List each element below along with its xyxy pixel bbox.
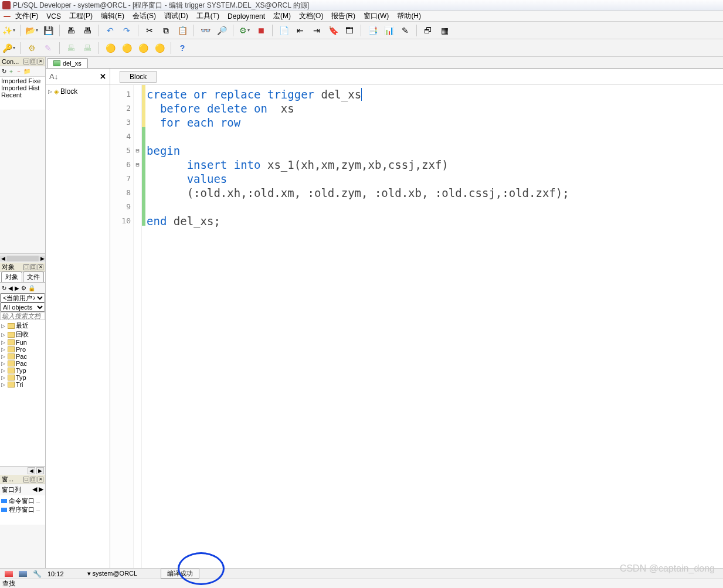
panel-close-button[interactable]: ✕ xyxy=(38,477,43,482)
copy-button[interactable]: ⧉ xyxy=(159,24,172,37)
nav-prev[interactable]: ◀ xyxy=(32,485,37,492)
conn-item[interactable]: Recent xyxy=(1,91,44,98)
outline-tree[interactable]: ▷ ◈ Block xyxy=(46,85,110,98)
tree-item[interactable]: ▷Typ xyxy=(1,374,44,381)
panel-close-button[interactable]: ✕ xyxy=(38,264,43,270)
expand-icon[interactable]: ▷ xyxy=(48,89,52,94)
nav-next[interactable]: ▶ xyxy=(36,467,44,474)
refresh-icon[interactable]: ↻ xyxy=(2,68,6,74)
fold-gutter[interactable]: ⊟⊟ xyxy=(134,85,142,568)
tree-item[interactable]: ▷Pac xyxy=(1,353,44,360)
panel-pin-button[interactable]: ◫ xyxy=(30,264,36,270)
fwd-icon[interactable]: ▶ xyxy=(15,285,19,291)
conn-item[interactable]: Imported Hist xyxy=(1,84,44,91)
menu-file[interactable]: 文件(F) xyxy=(12,11,42,22)
folder-icon[interactable]: 📁 xyxy=(23,68,30,74)
execute-button[interactable]: ⚙ xyxy=(238,24,251,37)
tab-objects[interactable]: 对象 xyxy=(1,271,22,282)
menu-report[interactable]: 报告(R) xyxy=(328,11,359,22)
open-button[interactable]: 📂 xyxy=(25,24,38,37)
panel-close-button[interactable]: ✕ xyxy=(38,59,43,64)
window-item[interactable]: 程序窗口– xyxy=(1,505,44,514)
nav-next[interactable]: ▶ xyxy=(39,485,43,492)
casc-button[interactable]: 🗗 xyxy=(422,24,435,37)
type-select[interactable]: All objects xyxy=(0,303,45,312)
menu-help[interactable]: 帮助(H) xyxy=(393,11,425,22)
debug-stepout-button[interactable]: 🟡 xyxy=(137,42,150,55)
debug-run-button[interactable]: 🟡 xyxy=(153,42,166,55)
indent-left-button[interactable]: ⇤ xyxy=(294,24,307,37)
back-icon[interactable]: ◀ xyxy=(8,285,13,291)
menu-debug[interactable]: 调试(D) xyxy=(161,11,192,22)
panel-float-button[interactable]: □ xyxy=(23,264,29,270)
menu-macro[interactable]: 宏(M) xyxy=(270,11,294,22)
menu-deployment[interactable]: Deployment xyxy=(224,12,269,21)
tile-button[interactable]: ▦ xyxy=(438,24,451,37)
outline-item[interactable]: ▷ ◈ Block xyxy=(48,87,107,96)
code-text[interactable]: create or replace trigger del_xs before … xyxy=(145,85,723,568)
find-next-button[interactable]: 🔎 xyxy=(215,24,228,37)
commit-button[interactable]: 📄 xyxy=(277,24,290,37)
help-button[interactable]: ? xyxy=(176,42,189,55)
panel-float-button[interactable]: □ xyxy=(23,477,29,482)
menu-tools[interactable]: 工具(T) xyxy=(193,11,223,22)
document-tab[interactable]: del_xs xyxy=(47,58,88,68)
tree-item[interactable]: ▷Pro xyxy=(1,346,44,353)
menu-edit[interactable]: 编辑(E) xyxy=(97,11,128,22)
menu-document[interactable]: 文档(O) xyxy=(296,11,327,22)
print-setup-button[interactable]: 🖶 xyxy=(81,24,94,37)
print-button[interactable]: 🖶 xyxy=(65,24,77,37)
menu-vcs[interactable]: VCS xyxy=(43,12,65,21)
user-select[interactable]: <当前用户> xyxy=(0,293,45,303)
connections-list[interactable]: Imported Fixe Imported Hist Recent xyxy=(0,77,45,110)
objects-search-input[interactable] xyxy=(0,312,45,320)
connection-dropdown[interactable]: ▾ system@ORCL xyxy=(87,570,138,577)
key-button[interactable]: 🔑 xyxy=(2,42,15,55)
panel-pin-button[interactable]: ◫ xyxy=(30,477,36,482)
code-area[interactable]: 12345678910 ⊟⊟ create or replace trigger… xyxy=(110,85,723,568)
wrench-icon[interactable]: 🔧 xyxy=(33,570,42,578)
indent-right-button[interactable]: ⇥ xyxy=(310,24,323,37)
panel-float-button[interactable]: □ xyxy=(23,59,29,64)
tree-item[interactable]: ▷Fun xyxy=(1,339,44,346)
compile-button[interactable]: ⚙ xyxy=(25,42,38,55)
tab-files[interactable]: 文件 xyxy=(23,271,44,282)
windows-list[interactable]: 命令窗口– 程序窗口– xyxy=(0,495,45,525)
menu-window[interactable]: 窗口(W) xyxy=(360,11,392,22)
panel-pin-button[interactable]: ◫ xyxy=(30,59,36,64)
tree-item[interactable]: ▷Tri xyxy=(1,381,44,388)
undo-button[interactable]: ↶ xyxy=(104,24,117,37)
find-button[interactable]: 👓 xyxy=(199,24,212,37)
objects-tree[interactable]: ▷最近 ▷回收 ▷Fun ▷Pro ▷Pac ▷Pac ▷Typ ▷Typ ▷T… xyxy=(0,320,45,466)
config-icon[interactable]: ⚙ xyxy=(21,285,26,291)
debug-stepover-button[interactable]: 🟡 xyxy=(120,42,133,55)
window-item[interactable]: 命令窗口– xyxy=(1,497,44,505)
paste-button[interactable]: 📋 xyxy=(176,24,189,37)
tree-item[interactable]: ▷回收 xyxy=(1,330,44,339)
refresh-icon[interactable]: ↻ xyxy=(2,285,6,291)
debug-step-button[interactable]: 🟡 xyxy=(104,42,117,55)
sort-icon[interactable]: A↓ xyxy=(49,72,58,81)
redo-button[interactable]: ↷ xyxy=(120,24,133,37)
sql-window-button[interactable]: 📑 xyxy=(366,24,379,37)
tree-item[interactable]: ▷Pac xyxy=(1,360,44,367)
menu-project[interactable]: 工程(P) xyxy=(66,11,96,22)
window-tile-button[interactable]: 🗔 xyxy=(343,24,356,37)
nav-prev[interactable]: ◀ xyxy=(28,467,35,474)
close-outline-button[interactable]: ✕ xyxy=(100,72,106,81)
add-icon[interactable]: ＋ xyxy=(8,67,14,76)
stop-button[interactable]: ⏹ xyxy=(254,24,267,37)
new-button[interactable]: ✨ xyxy=(2,24,15,37)
lock-icon[interactable]: 🔒 xyxy=(28,285,35,291)
beautify-button[interactable]: ✎ xyxy=(399,24,412,37)
connections-scroll[interactable]: ◀▶ xyxy=(0,253,45,263)
remove-icon[interactable]: － xyxy=(16,67,22,76)
explain-plan-button[interactable]: 📊 xyxy=(382,24,395,37)
save-button[interactable]: 💾 xyxy=(42,24,55,37)
menu-session[interactable]: 会话(S) xyxy=(129,11,159,22)
tree-item[interactable]: ▷最近 xyxy=(1,321,44,330)
tree-item[interactable]: ▷Typ xyxy=(1,367,44,374)
cut-button[interactable]: ✂ xyxy=(143,24,156,37)
block-selector-button[interactable]: Block xyxy=(120,71,157,83)
toggle-bookmark-button[interactable]: 🔖 xyxy=(327,24,340,37)
